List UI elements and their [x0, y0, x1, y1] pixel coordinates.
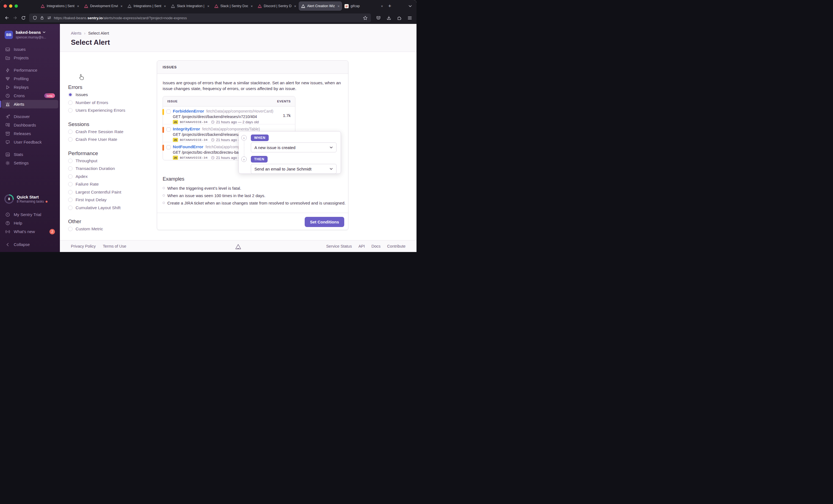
browser-tab[interactable]: Integrations | Sentry × — [38, 1, 81, 11]
row-checkbox[interactable] — [166, 127, 171, 131]
footer-api-link[interactable]: API — [359, 244, 365, 248]
downloads-icon[interactable] — [385, 14, 393, 22]
radio-option-transaction-duration[interactable]: Transaction Duration — [68, 165, 153, 173]
browser-tab[interactable]: Discord | Sentry Do × — [255, 1, 299, 11]
tracking-protection-shield-icon[interactable] — [31, 14, 39, 21]
then-select[interactable]: Send an email to Jane Schmidt — [251, 164, 337, 174]
issue-link[interactable]: IntegrityError — [173, 127, 200, 131]
sidebar-item-alerts[interactable]: Alerts — [2, 100, 58, 108]
sidebar-item-dashboards[interactable]: Dashboards — [2, 121, 58, 129]
radio-icon[interactable] — [68, 166, 73, 171]
tab-close-icon[interactable]: × — [76, 4, 80, 8]
window-minimize-button[interactable] — [9, 4, 13, 8]
radio-icon[interactable] — [68, 108, 73, 112]
when-select[interactable]: A new issue is created — [251, 143, 337, 152]
footer-terms-link[interactable]: Terms of Use — [103, 244, 126, 248]
radio-icon[interactable] — [68, 100, 73, 105]
radio-option-custom-metric[interactable]: Custom Metric — [68, 225, 153, 233]
sidebar-item-performance[interactable]: Performance — [2, 66, 58, 74]
profiling-icon — [5, 76, 10, 81]
sentry-favicon-icon — [258, 4, 262, 8]
radio-option-crash-free-session-rate[interactable]: Crash Free Session Rate — [68, 128, 153, 136]
radio-icon[interactable] — [68, 182, 73, 186]
radio-option-number-of-errors[interactable]: Number of Errors — [68, 99, 153, 107]
menu-hamburger-icon[interactable] — [405, 14, 414, 22]
sidebar-item-projects[interactable]: Projects — [2, 53, 58, 62]
radio-icon[interactable] — [68, 206, 73, 210]
permissions-icon[interactable] — [46, 14, 53, 21]
sidebar-item-profiling[interactable]: Profiling — [2, 74, 58, 83]
sidebar-item-stats[interactable]: Stats — [2, 150, 58, 159]
reload-icon[interactable] — [19, 14, 27, 22]
browser-tab[interactable]: gc gifcap × — [342, 1, 385, 11]
sidebar-item-whats-new[interactable]: What's new 2 — [2, 227, 58, 236]
radio-icon[interactable] — [68, 159, 73, 163]
sidebar-item-replays[interactable]: Replays — [2, 83, 58, 92]
tab-close-icon[interactable]: × — [250, 4, 253, 8]
bookmark-star-icon[interactable] — [361, 14, 369, 21]
extensions-puzzle-icon[interactable] — [395, 14, 403, 22]
footer-service-status-link[interactable]: Service Status — [326, 244, 352, 248]
url-text[interactable]: https://baked-beans.sentry.io/alerts/nod… — [54, 16, 361, 20]
radio-option-issues[interactable]: Issues — [68, 91, 153, 99]
radio-icon[interactable] — [68, 174, 73, 179]
sidebar-item-settings[interactable]: Settings — [2, 159, 58, 167]
sidebar-item-crons[interactable]: Crons beta — [2, 92, 58, 100]
window-close-button[interactable] — [4, 4, 7, 8]
radio-option-first-input-delay[interactable]: First Input Delay — [68, 196, 153, 204]
lock-icon[interactable] — [39, 14, 46, 21]
tab-close-icon[interactable]: × — [380, 4, 383, 8]
url-bar[interactable]: https://baked-beans.sentry.io/alerts/nod… — [29, 14, 371, 22]
back-icon[interactable] — [3, 14, 11, 22]
browser-tab-active[interactable]: Alert Creation Wizar × — [299, 1, 342, 11]
footer-privacy-link[interactable]: Privacy Policy — [71, 244, 96, 248]
table-row[interactable]: ForbiddenError fetchData(app/components/… — [163, 106, 295, 124]
breadcrumb-alerts-link[interactable]: Alerts — [71, 31, 81, 35]
sidebar-collapse-button[interactable]: Collapse — [2, 240, 58, 249]
list-all-tabs-icon[interactable] — [408, 4, 412, 8]
row-checkbox[interactable] — [166, 109, 171, 114]
footer-docs-link[interactable]: Docs — [372, 244, 381, 248]
radio-option-apdex[interactable]: Apdex — [68, 173, 153, 181]
radio-icon[interactable] — [68, 190, 73, 194]
window-zoom-button[interactable] — [15, 4, 18, 8]
browser-tab[interactable]: Slack Integration | S × — [168, 1, 212, 11]
tab-close-icon[interactable]: × — [120, 4, 123, 8]
tab-close-icon[interactable]: × — [207, 4, 210, 8]
browser-tab[interactable]: Development Enviro × — [81, 1, 125, 11]
clock-icon — [211, 156, 215, 159]
radio-option-throughput[interactable]: Throughput — [68, 157, 153, 165]
forward-icon[interactable] — [11, 14, 19, 22]
radio-option-users-experiencing-errors[interactable]: Users Experiencing Errors — [68, 106, 153, 115]
set-conditions-button[interactable]: Set Conditions — [305, 217, 344, 227]
row-checkbox[interactable] — [166, 145, 171, 149]
tab-close-icon[interactable]: × — [337, 4, 340, 8]
sidebar-item-releases[interactable]: Releases — [2, 129, 58, 138]
sidebar-item-help[interactable]: Help — [2, 219, 58, 227]
sidebar-item-user-feedback[interactable]: User Feedback — [2, 138, 58, 146]
tab-close-icon[interactable]: × — [293, 4, 297, 8]
browser-tab[interactable]: Integrations | Sentry × — [125, 1, 168, 11]
radio-selected-icon[interactable] — [68, 93, 73, 97]
issue-link[interactable]: ForbiddenError — [173, 109, 204, 114]
radio-icon[interactable] — [68, 137, 73, 142]
footer-contribute-link[interactable]: Contribute — [387, 244, 405, 248]
radio-option-largest-contentful-paint[interactable]: Largest Contentful Paint — [68, 188, 153, 196]
radio-icon[interactable] — [68, 130, 73, 134]
sidebar-item-my-sentry-trial[interactable]: My Sentry Trial — [2, 210, 58, 219]
radio-icon[interactable] — [68, 198, 73, 202]
issue-link[interactable]: NotFoundError — [173, 144, 203, 149]
pocket-icon[interactable] — [374, 14, 382, 22]
tab-close-icon[interactable]: × — [163, 4, 166, 8]
browser-tab[interactable]: Slack | Sentry Docu × — [212, 1, 255, 11]
radio-icon[interactable] — [68, 227, 73, 231]
radio-option-failure-rate[interactable]: Failure Rate — [68, 180, 153, 188]
sidebar-item-issues[interactable]: Issues — [2, 45, 58, 53]
when-badge: WHEN — [251, 134, 269, 141]
new-tab-button[interactable]: + — [385, 2, 394, 9]
org-switcher[interactable]: BB baked-beans spencer.murray@s... — [5, 30, 56, 40]
radio-option-crash-free-user-rate[interactable]: Crash Free User Rate — [68, 135, 153, 144]
sidebar-item-discover[interactable]: Discover — [2, 112, 58, 121]
radio-option-cumulative-layout-shift[interactable]: Cumulative Layout Shift — [68, 204, 153, 212]
quick-start[interactable]: 8 Quick Start 8 Remaining tasks — [4, 194, 56, 204]
